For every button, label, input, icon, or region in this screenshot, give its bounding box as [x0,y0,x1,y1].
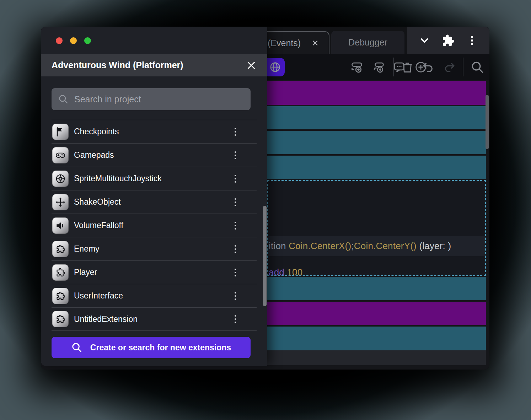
tab-close-icon[interactable] [311,39,319,47]
event-action-text: ition Coin.CenterX();Coin.CenterY() (lay… [269,241,451,252]
list-item-enemy[interactable]: Enemy [52,237,257,260]
project-title: Adventurous Wind (Platformer) [52,60,183,70]
tabbar-actions [407,27,489,54]
project-search[interactable] [52,88,251,110]
redo-button[interactable] [443,60,456,74]
add-sub-event-button[interactable] [372,60,385,74]
event-row[interactable] [267,302,486,325]
search-input[interactable] [74,94,244,104]
traffic-light-zoom-button[interactable] [84,37,91,44]
item-menu-icon[interactable] [228,242,242,256]
window-titlebar [41,27,267,54]
event-row[interactable] [267,131,486,154]
move-arrows-icon [52,194,69,210]
list-item-spritemultitouchjoystick[interactable]: SpriteMultitouchJoystick [52,167,257,190]
undo-button[interactable] [421,60,435,74]
chevron-down-icon[interactable] [418,34,430,47]
selected-event[interactable]: ition Coin.CenterX();Coin.CenterY() (lay… [267,180,486,276]
list-item-label: Enemy [74,244,228,254]
gamepad-icon [52,147,69,163]
item-menu-icon[interactable] [228,125,242,139]
item-menu-icon[interactable] [228,195,242,209]
more-menu-icon[interactable] [466,34,478,47]
list-item-label: Checkpoints [74,127,228,136]
puzzle-icon [52,264,69,281]
globe-icon [269,61,281,74]
puzzle-icon [52,241,69,257]
list-item-label: Player [74,268,228,277]
list-item-userinterface[interactable]: UserInterface [52,284,257,307]
event-param-text: add 100 [269,267,302,278]
traffic-light-minimize-button[interactable] [70,37,77,44]
project-manager-header: Adventurous Wind (Platformer) [41,54,267,76]
list-item-label: UntitledExtension [74,314,228,324]
list-item-label: Gamepads [74,150,228,160]
extensions-puzzle-icon[interactable] [442,34,455,47]
event-row[interactable] [267,156,486,179]
puzzle-icon [52,311,69,327]
list-item-shakeobject[interactable]: ShakeObject [52,190,257,214]
speaker-icon [52,217,69,234]
search-icon [58,94,69,104]
create-extension-label: Create or search for new extensions [90,343,231,352]
delete-button[interactable] [401,60,414,74]
tab-debugger[interactable]: Debugger [331,31,404,54]
list-item-gamepads[interactable]: Gamepads [52,143,257,167]
list-item-label: VolumeFalloff [74,221,228,230]
flag-icon [52,124,69,140]
list-item-label: ShakeObject [74,197,228,207]
toolbar-divider [393,58,394,76]
extension-list: Checkpoints Gamepads SpriteMultitouchJoy… [52,120,257,331]
traffic-light-close-button[interactable] [56,37,63,44]
close-icon[interactable] [246,60,257,71]
joystick-icon [52,171,69,187]
list-item-label: UserInterface [74,291,228,301]
list-item-volumefalloff[interactable]: VolumeFalloff [52,214,257,237]
create-extension-button[interactable]: Create or search for new extensions [52,337,251,358]
list-item-untitledextension[interactable]: UntitledExtension [52,307,257,331]
events-scrollbar[interactable] [486,95,489,149]
add-event-button[interactable] [350,60,364,74]
gdevelop-window: (Events) Debugger [41,27,489,370]
list-item-player[interactable]: Player [52,260,257,284]
drawer-scrollbar[interactable] [263,206,267,306]
item-menu-icon[interactable] [228,219,242,233]
toolbar-divider [463,58,463,76]
item-menu-icon[interactable] [228,265,242,280]
event-row[interactable] [267,106,486,129]
events-footer-strip [267,350,486,365]
event-row[interactable] [267,81,486,105]
item-menu-icon[interactable] [228,148,242,162]
tab-debugger-label: Debugger [348,37,387,48]
desktop-background: (Events) Debugger [0,0,531,420]
project-manager-drawer: Adventurous Wind (Platformer) Checkpoint… [41,27,267,366]
item-menu-icon[interactable] [228,312,242,326]
tab-events-label: (Events) [268,38,301,48]
search-events-button[interactable] [471,60,484,74]
event-row[interactable] [267,277,486,300]
event-row[interactable] [267,327,486,350]
list-item-label: SpriteMultitouchJoystick [74,174,228,183]
item-menu-icon[interactable] [228,172,242,186]
puzzle-icon [52,288,69,304]
item-menu-icon[interactable] [228,289,242,303]
list-item-checkpoints[interactable]: Checkpoints [52,120,257,143]
